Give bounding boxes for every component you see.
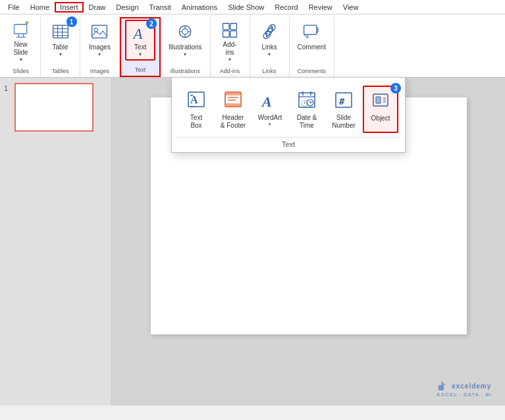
dropdown-items-row: A TextBox xyxy=(177,83,400,136)
illustrations-arrow: ▾ xyxy=(184,51,186,57)
group-illustrations: Illustrations ▾ Illustrations xyxy=(161,17,211,77)
dropdown-footer: Text xyxy=(177,137,400,148)
links-buttons: Links ▾ xyxy=(255,18,284,66)
menu-transit[interactable]: Transit xyxy=(144,2,176,13)
date-time-icon: 🕐 xyxy=(296,89,317,113)
text-badge: 2 xyxy=(146,18,157,29)
wordart-icon: A xyxy=(259,89,280,113)
date-time-item[interactable]: 🕐 Date &Time xyxy=(289,86,325,133)
images-arrow: ▾ xyxy=(98,51,101,57)
menu-review[interactable]: Review xyxy=(304,2,338,13)
menu-record[interactable]: Record xyxy=(269,2,303,13)
links-icon xyxy=(259,21,280,42)
watermark-logo-icon xyxy=(437,380,449,392)
group-links: Links ▾ Links xyxy=(250,17,290,77)
menu-draw[interactable]: Draw xyxy=(84,2,111,13)
svg-rect-27 xyxy=(304,25,317,34)
links-arrow: ▾ xyxy=(268,51,271,57)
menu-home[interactable]: Home xyxy=(25,2,55,13)
wordart-label: WordArt xyxy=(258,114,282,122)
text-label: Text xyxy=(134,43,146,51)
addins-group-label: Add-ins xyxy=(215,66,246,76)
header-footer-item[interactable]: Header& Footer xyxy=(215,86,251,133)
svg-rect-23 xyxy=(223,31,230,38)
tables-buttons: 1 Table ▾ xyxy=(46,18,75,66)
watermark: exceldemy EXCEL · DATA · BI xyxy=(437,380,492,398)
links-group-label: Links xyxy=(254,66,285,76)
menu-design[interactable]: Design xyxy=(111,2,144,13)
menu-slideshow[interactable]: Slide Show xyxy=(223,2,269,13)
svg-rect-36 xyxy=(225,92,241,95)
table-button[interactable]: 1 Table ▾ xyxy=(46,18,75,63)
text-dropdown: A TextBox xyxy=(171,77,406,153)
new-slide-icon xyxy=(11,21,32,39)
images-icon xyxy=(89,21,110,42)
watermark-text: exceldemy xyxy=(452,382,491,390)
addins-arrow: ▾ xyxy=(228,57,231,63)
svg-rect-21 xyxy=(223,24,230,30)
svg-point-16 xyxy=(182,29,188,35)
svg-rect-37 xyxy=(225,103,241,107)
svg-rect-0 xyxy=(14,24,26,34)
images-buttons: Images ▾ xyxy=(85,18,115,66)
header-footer-label: Header& Footer xyxy=(221,114,246,130)
images-button[interactable]: Images ▾ xyxy=(85,18,115,63)
object-icon xyxy=(370,90,391,113)
svg-rect-52 xyxy=(376,97,381,103)
table-badge: 1 xyxy=(66,16,77,27)
svg-rect-12 xyxy=(92,25,107,38)
illustrations-button[interactable]: Illustrations ▾ xyxy=(165,18,206,63)
new-slide-label: NewSlide xyxy=(13,41,28,57)
textbox-icon: A xyxy=(186,89,207,113)
wordart-arrow: ▾ xyxy=(269,122,271,127)
svg-point-13 xyxy=(95,28,98,32)
comment-label: Comment xyxy=(298,43,326,51)
ribbon: NewSlide ▾ Slides 1 xyxy=(0,14,505,78)
slide-1-thumbnail[interactable] xyxy=(14,83,93,132)
links-button[interactable]: Links ▾ xyxy=(255,18,284,63)
textbox-item[interactable]: A TextBox xyxy=(178,86,214,133)
slide-1-number: 1 xyxy=(4,84,12,92)
illustrations-buttons: Illustrations ▾ xyxy=(165,18,206,66)
comments-group-label: Comments xyxy=(294,66,330,76)
tables-group-label: Tables xyxy=(45,66,76,76)
svg-rect-22 xyxy=(230,24,237,30)
text-group-label: Text xyxy=(125,65,155,74)
svg-rect-24 xyxy=(230,31,237,38)
group-slides: NewSlide ▾ Slides xyxy=(1,17,41,77)
table-label: Table xyxy=(53,43,68,51)
images-label: Images xyxy=(89,43,111,51)
group-text: 2 A Text ▾ Text xyxy=(120,17,161,77)
slide-number-item[interactable]: # SlideNumber xyxy=(326,86,361,133)
group-comments: Comment Comments xyxy=(290,17,334,77)
group-images: Images ▾ Images xyxy=(80,17,120,77)
menu-bar: File Home Insert Draw Design Transit Ani… xyxy=(0,0,505,14)
svg-marker-57 xyxy=(441,381,446,385)
slide-number-label: SlideNumber xyxy=(332,114,356,130)
illustrations-group-label: Illustrations xyxy=(165,66,206,76)
svg-text:A: A xyxy=(132,25,143,41)
addins-label: Add-ins xyxy=(223,41,237,57)
menu-insert[interactable]: Insert xyxy=(55,2,84,13)
slide-1-wrap: 1 xyxy=(4,83,107,132)
menu-view[interactable]: View xyxy=(338,2,364,13)
menu-animations[interactable]: Animations xyxy=(176,2,223,13)
slide-number-icon: # xyxy=(333,89,354,113)
menu-file[interactable]: File xyxy=(3,2,25,13)
group-tables: 1 Table ▾ Tables xyxy=(41,17,80,77)
object-item[interactable]: 3 Object xyxy=(363,86,398,133)
group-addins: Add-ins ▾ Add-ins xyxy=(211,17,250,77)
text-arrow: ▾ xyxy=(139,51,142,57)
text-button[interactable]: 2 A Text ▾ xyxy=(125,20,155,61)
object-label: Object xyxy=(371,115,390,122)
links-label: Links xyxy=(261,43,277,51)
comment-button[interactable]: Comment xyxy=(294,18,330,63)
wordart-item[interactable]: A WordArt ▾ xyxy=(252,86,288,133)
new-slide-button[interactable]: NewSlide ▾ xyxy=(7,18,36,63)
illustrations-icon xyxy=(174,21,196,42)
text-buttons: 2 A Text ▾ xyxy=(125,20,155,65)
addins-button[interactable]: Add-ins ▾ xyxy=(215,18,244,63)
date-time-label: Date &Time xyxy=(297,114,317,130)
header-footer-icon xyxy=(223,89,244,113)
comments-buttons: Comment xyxy=(294,18,330,66)
